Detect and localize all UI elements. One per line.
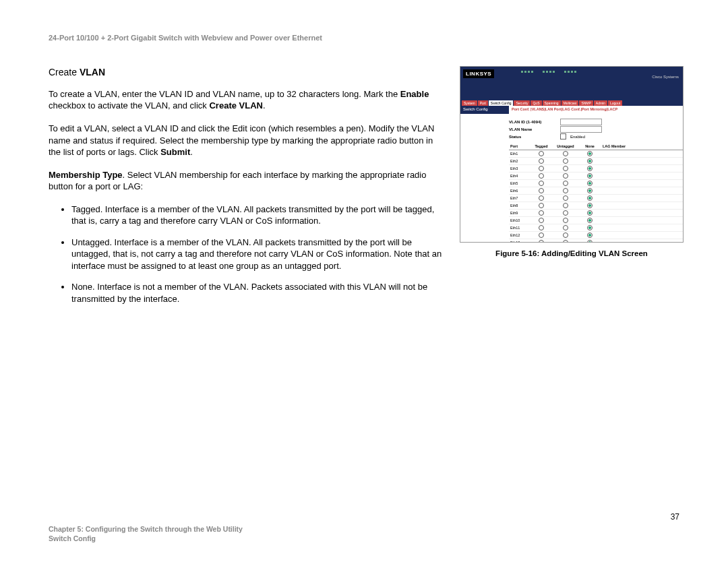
membership-list: Tagged. Interface is a member of the VLA… <box>49 204 446 305</box>
section-title-prefix: Create <box>49 67 80 77</box>
table-row: Eth5 <box>509 180 683 187</box>
radio-tagged[interactable] <box>539 232 544 238</box>
radio-untagged[interactable] <box>563 181 568 186</box>
table-row: Eth9 <box>509 210 683 217</box>
port-membership-table: Port Tagged Untagged None LAG Member Eth… <box>509 143 683 243</box>
footer-chapter: Chapter 5: Configuring the Switch throug… <box>49 524 243 534</box>
radio-none[interactable] <box>587 181 593 186</box>
radio-tagged[interactable] <box>539 151 544 156</box>
body-text-column: Create VLAN To create a VLAN, enter the … <box>49 66 446 315</box>
section-title-bold: VLAN <box>80 67 105 77</box>
port-led-panel <box>521 71 576 73</box>
firmware-label: Cisco Systems <box>652 75 679 79</box>
text: To create a VLAN, enter the VLAN ID and … <box>49 89 400 99</box>
figure-column: LINKSYS Cisco Systems SystemPortSwitch C… <box>460 66 684 315</box>
col-none: None <box>578 144 602 148</box>
radio-tagged[interactable] <box>539 218 544 223</box>
radio-none[interactable] <box>587 218 593 223</box>
enabled-label: Enabled <box>570 135 585 139</box>
page-number: 37 <box>671 512 679 522</box>
radio-untagged[interactable] <box>563 188 568 193</box>
radio-tagged[interactable] <box>539 195 544 201</box>
radio-tagged[interactable] <box>539 203 544 208</box>
text: . <box>263 100 266 111</box>
radio-none[interactable] <box>587 210 593 216</box>
radio-tagged[interactable] <box>539 158 544 164</box>
list-item: Untagged. Interface is a member of the V… <box>71 237 446 272</box>
text-bold: Submit <box>160 147 190 157</box>
radio-tagged[interactable] <box>539 225 544 230</box>
radio-tagged[interactable] <box>539 240 544 243</box>
vlan-id-label: VLAN ID (1-4094) <box>509 120 556 124</box>
main-tabs: SystemPortSwitch ConfigSecurityQoSSpanni… <box>460 96 683 106</box>
radio-none[interactable] <box>587 166 593 171</box>
radio-tagged[interactable] <box>539 188 544 193</box>
table-row: Eth8 <box>509 202 683 210</box>
radio-tagged[interactable] <box>539 210 544 216</box>
list-item: None. Interface is not a member of the V… <box>71 281 446 305</box>
radio-untagged[interactable] <box>563 158 568 164</box>
text-bold: Membership Type <box>49 170 123 180</box>
radio-untagged[interactable] <box>563 240 568 243</box>
figure-caption: Figure 5-16: Adding/Editing VLAN Screen <box>460 249 684 257</box>
radio-none[interactable] <box>587 158 593 164</box>
table-row: Eth12 <box>509 232 683 239</box>
radio-none[interactable] <box>587 188 593 193</box>
radio-none[interactable] <box>587 225 593 230</box>
col-untagged: Untagged <box>553 144 578 148</box>
brand-logo: LINKSYS <box>463 69 494 78</box>
text: checkbox to activate the VLAN, and click <box>49 100 209 111</box>
table-row: Eth1 <box>509 150 683 158</box>
col-tagged: Tagged <box>529 144 553 148</box>
vlan-name-input[interactable] <box>560 126 602 133</box>
enabled-checkbox[interactable] <box>560 133 566 139</box>
radio-untagged[interactable] <box>563 166 568 171</box>
vlan-id-input[interactable] <box>560 119 602 125</box>
radio-none[interactable] <box>587 173 593 179</box>
status-label: Status <box>509 135 556 139</box>
radio-untagged[interactable] <box>563 203 568 208</box>
tab-switch-config[interactable]: Switch Config <box>489 100 514 106</box>
radio-untagged[interactable] <box>563 151 568 156</box>
text-bold: Create VLAN <box>209 100 262 111</box>
table-row: Eth2 <box>509 158 683 165</box>
vlan-name-label: VLAN Name <box>509 127 556 131</box>
paragraph-create: To create a VLAN, enter the VLAN ID and … <box>49 88 446 112</box>
radio-untagged[interactable] <box>563 225 568 230</box>
side-label: Switch Config <box>460 106 509 114</box>
radio-none[interactable] <box>587 232 593 238</box>
paragraph-edit: To edit a VLAN, select a VLAN ID and cli… <box>49 123 446 158</box>
document-header: 24-Port 10/100 + 2-Port Gigabit Switch w… <box>49 34 679 42</box>
text-bold: Enable <box>400 89 429 99</box>
col-lag: LAG Member <box>602 144 626 148</box>
radio-none[interactable] <box>587 203 593 208</box>
text: . <box>190 147 193 157</box>
vlan-screenshot: LINKSYS Cisco Systems SystemPortSwitch C… <box>460 66 684 243</box>
radio-tagged[interactable] <box>539 166 544 171</box>
table-row: Eth11 <box>509 224 683 232</box>
text: To edit a VLAN, select a VLAN ID and cli… <box>49 123 434 157</box>
table-row: Eth6 <box>509 187 683 195</box>
list-item: Tagged. Interface is a member of the VLA… <box>71 204 446 227</box>
page-footer: Chapter 5: Configuring the Switch throug… <box>49 524 243 543</box>
col-port: Port <box>509 144 529 148</box>
footer-section: Switch Config <box>49 534 243 543</box>
table-row: Eth7 <box>509 195 683 202</box>
table-row: Eth13 <box>509 239 683 243</box>
table-row: Eth10 <box>509 217 683 224</box>
radio-none[interactable] <box>587 240 593 243</box>
section-title: Create VLAN <box>49 66 446 79</box>
table-row: Eth3 <box>509 165 683 173</box>
paragraph-membership: Membership Type. Select VLAN membership … <box>49 169 446 193</box>
radio-untagged[interactable] <box>563 210 568 216</box>
radio-untagged[interactable] <box>563 173 568 179</box>
radio-none[interactable] <box>587 151 593 156</box>
breadcrumb: Port Conf. |VLANS|LAN Port|LAG Conf.|Por… <box>509 106 683 114</box>
radio-tagged[interactable] <box>539 173 544 179</box>
radio-tagged[interactable] <box>539 181 544 186</box>
radio-untagged[interactable] <box>563 232 568 238</box>
radio-untagged[interactable] <box>563 195 568 201</box>
table-row: Eth4 <box>509 173 683 180</box>
radio-none[interactable] <box>587 195 593 201</box>
radio-untagged[interactable] <box>563 218 568 223</box>
